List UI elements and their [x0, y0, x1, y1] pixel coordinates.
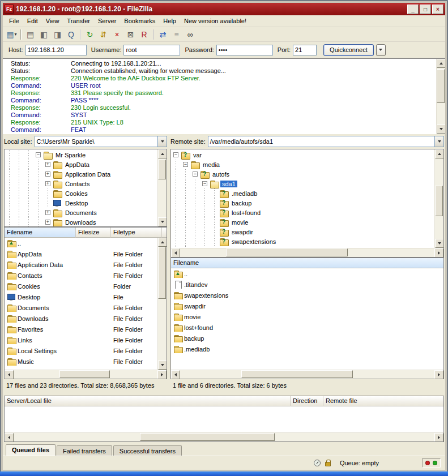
tree-item-autofs[interactable]: −?autofs — [171, 169, 434, 179]
scroll-track[interactable] — [437, 68, 445, 125]
expand-toggle[interactable]: + — [43, 217, 53, 226]
file-row-cookies[interactable]: CookiesFolder — [5, 281, 157, 291]
file-row-application-data[interactable]: Application DataFile Folder — [5, 259, 157, 270]
remote-list-hscrollbar[interactable] — [171, 370, 443, 379]
file-row-appdata[interactable]: AppDataFile Folder — [5, 248, 157, 259]
tree-item-swapdir[interactable]: ?swapdir — [171, 227, 434, 237]
scroll-left-button[interactable] — [171, 248, 180, 258]
scroll-down-button[interactable] — [435, 239, 443, 248]
local-site-combo[interactable]: C:\Users\Mr Sparkle\ — [35, 136, 167, 147]
menu-item-bookmarks[interactable]: Bookmarks — [120, 16, 159, 25]
tab-successful-transfers[interactable]: Successful transfers — [113, 445, 182, 456]
menu-item-transfer[interactable]: Transfer — [63, 16, 94, 25]
scroll-down-button[interactable] — [158, 361, 167, 370]
scroll-thumb[interactable] — [59, 370, 110, 378]
tab-queued-files[interactable]: Queued files — [6, 444, 56, 456]
synchronized-browsing-button[interactable]: ≡ — [170, 28, 183, 41]
cancel-button[interactable]: × — [110, 28, 123, 41]
speed-limits-icon[interactable] — [314, 460, 321, 466]
scroll-right-button[interactable] — [434, 248, 443, 258]
scroll-left-button[interactable] — [5, 433, 14, 442]
close-button[interactable]: × — [432, 5, 443, 14]
file-row-music[interactable]: MusicFile Folder — [5, 356, 157, 367]
scroll-track[interactable] — [180, 248, 434, 257]
tree-item-contacts[interactable]: +Contacts — [5, 179, 157, 188]
column-header-filename[interactable]: Filename — [171, 258, 443, 268]
scroll-left-button[interactable] — [5, 370, 14, 379]
quickconnect-button[interactable]: Quickconnect — [323, 44, 374, 56]
file-row-swapdir[interactable]: swapdir — [171, 301, 443, 311]
scroll-thumb[interactable] — [437, 69, 445, 103]
scroll-thumb[interactable] — [435, 186, 443, 216]
expand-toggle[interactable]: + — [43, 179, 53, 188]
column-header-filename[interactable]: Filename — [5, 228, 76, 238]
tree-item-application-data[interactable]: +Application Data — [5, 169, 157, 179]
scroll-track[interactable] — [158, 247, 167, 361]
username-input[interactable] — [123, 45, 180, 55]
queue-column-server-local-file[interactable]: Server/Local file — [5, 396, 291, 406]
tree-item-var[interactable]: −?var — [171, 150, 434, 160]
scroll-thumb[interactable] — [226, 248, 348, 256]
scroll-thumb[interactable] — [140, 433, 275, 441]
file-row-movie[interactable]: movie — [171, 311, 443, 322]
remote-site-combo[interactable]: /var/media/autofs/sda1 — [208, 136, 444, 147]
file-row-desktop[interactable]: DesktopFile — [5, 291, 157, 302]
toggle-local-tree-button[interactable]: ◧ — [37, 28, 50, 41]
file-row-lost-found[interactable]: lost+found — [171, 322, 443, 333]
file-row-backup[interactable]: backup — [171, 333, 443, 344]
scroll-down-button[interactable] — [158, 217, 167, 226]
local-list-hscrollbar[interactable] — [5, 370, 167, 379]
refresh-button[interactable]: ↻ — [83, 28, 96, 41]
tree-item-media[interactable]: −media — [171, 160, 434, 169]
message-log[interactable]: Status:Connecting to 192.168.1.20:21...S… — [3, 59, 436, 134]
scroll-up-button[interactable] — [158, 238, 167, 247]
remote-site-combo-button[interactable] — [434, 136, 443, 147]
scroll-right-button[interactable] — [434, 433, 443, 442]
scroll-left-button[interactable] — [171, 370, 180, 379]
reconnect-button[interactable]: R — [138, 28, 151, 41]
collapse-toggle[interactable]: − — [181, 160, 190, 169]
scroll-right-button[interactable] — [157, 370, 167, 379]
encryption-icon[interactable] — [325, 462, 331, 466]
expand-toggle[interactable]: + — [43, 160, 53, 169]
scroll-track[interactable] — [14, 433, 434, 441]
scroll-track[interactable] — [435, 158, 443, 239]
queue-hscrollbar[interactable] — [5, 432, 443, 441]
scroll-up-button[interactable] — [158, 149, 167, 158]
quickconnect-dropdown-button[interactable] — [376, 44, 386, 56]
taskbar-edge[interactable] — [0, 471, 448, 476]
local-list-scrollbar[interactable] — [157, 238, 167, 370]
tree-item-lost-found[interactable]: ?lost+found — [171, 208, 434, 217]
process-queue-button[interactable]: ⇵ — [97, 28, 110, 41]
log-scrollbar[interactable] — [436, 59, 445, 134]
tree-item-swapextensions[interactable]: ?swapextensions — [171, 237, 434, 246]
scroll-track[interactable] — [158, 158, 167, 217]
file-row-titandev[interactable]: .titandev — [171, 279, 443, 290]
file-row-up[interactable]: .. — [5, 238, 157, 248]
scroll-thumb[interactable] — [241, 370, 353, 378]
menu-item-edit[interactable]: Edit — [23, 16, 42, 25]
tab-failed-transfers[interactable]: Failed transfers — [57, 445, 112, 456]
tree-item-downloads[interactable]: +Downloads — [5, 217, 157, 226]
file-row-up[interactable]: .. — [171, 268, 443, 279]
file-row-swapextensions[interactable]: swapextensions — [171, 290, 443, 301]
file-row-mediadb[interactable]: .mediadb — [171, 344, 443, 354]
site-manager-button[interactable]: ▦▾ — [5, 28, 18, 41]
tree-item-movie[interactable]: ?movie — [171, 217, 434, 227]
expand-toggle[interactable]: + — [43, 208, 53, 217]
tree-item-mediadb[interactable]: ?.mediadb — [171, 188, 434, 198]
password-input[interactable] — [216, 45, 273, 55]
scroll-right-button[interactable] — [434, 370, 443, 379]
tree-item-desktop[interactable]: Desktop — [5, 198, 157, 208]
menu-item-view[interactable]: View — [42, 16, 63, 25]
host-input[interactable] — [25, 45, 87, 55]
column-header-filesize[interactable]: Filesize — [76, 228, 111, 238]
tree-item-mr-sparkle[interactable]: −Mr Sparkle — [5, 150, 157, 160]
tree-item-cookies[interactable]: Cookies — [5, 188, 157, 198]
queue-body[interactable] — [5, 406, 443, 432]
find-files-button[interactable]: ∞ — [184, 28, 197, 41]
scroll-track[interactable] — [14, 370, 157, 379]
column-header-filetype[interactable]: Filetype — [111, 228, 162, 238]
scroll-thumb[interactable] — [158, 247, 166, 299]
scroll-up-button[interactable] — [437, 59, 445, 68]
